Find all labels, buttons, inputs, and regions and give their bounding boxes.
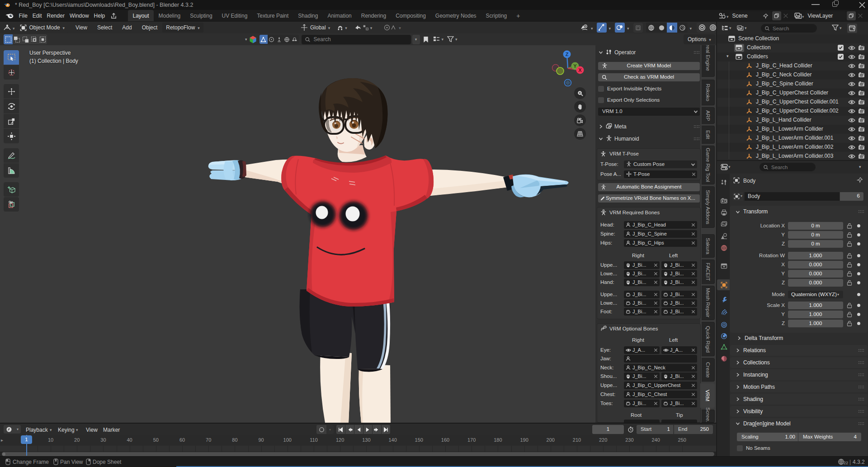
svg-text:X: X (578, 67, 582, 73)
svg-text:Z: Z (566, 52, 569, 57)
svg-text:Y: Y (573, 63, 577, 69)
